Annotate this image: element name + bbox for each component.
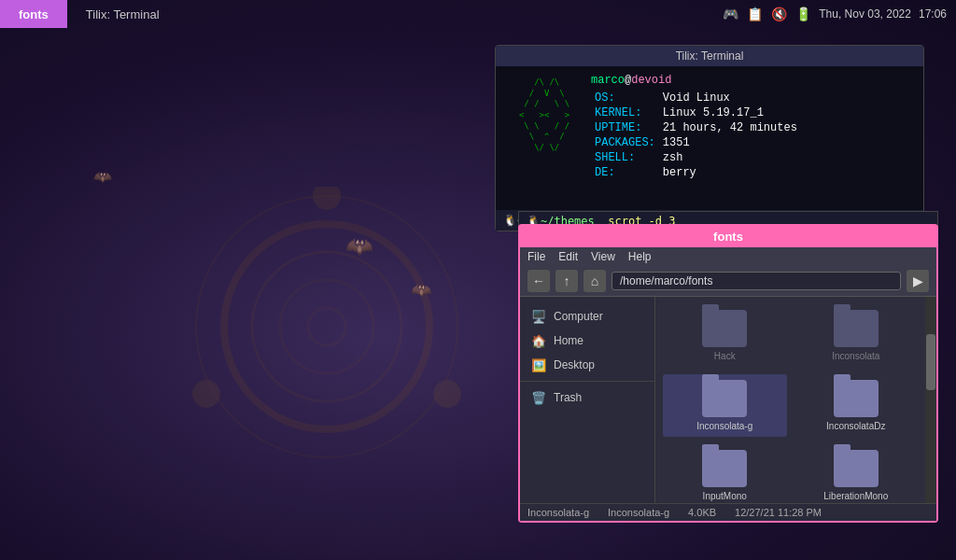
file-item-inconsolata[interactable]: Inconsolata [794, 304, 919, 367]
mute-icon: 🔇 [770, 6, 787, 22]
svg-point-0 [196, 196, 457, 457]
terminal-shell-label: SHELL: [591, 150, 659, 165]
game-icon: 🎮 [722, 6, 738, 22]
status-size: 4.0KB [688, 507, 716, 518]
file-label-inputmono: InputMono [703, 491, 747, 501]
time: 17:06 [919, 7, 947, 21]
filemanager-titlebar: fonts [520, 226, 936, 247]
taskbar-active-app[interactable]: fonts [0, 0, 67, 28]
filemanager-menubar: File Edit View Help [520, 247, 936, 266]
scrollbar-thumb[interactable] [926, 334, 935, 390]
trash-icon: 🗑️ [531, 390, 546, 405]
terminal-uptime-label: UPTIME: [591, 120, 659, 135]
terminal-os-value: Void Linux [659, 91, 801, 105]
folder-icon-inconsolata-g [702, 380, 747, 417]
terminal-os-row: OS: Void Linux [591, 91, 801, 105]
terminal-logo: /\ /\ / V \ / / \ \ < >< > \ \ / / \ ^ /… [507, 74, 582, 221]
terminal-username: marco [591, 74, 625, 87]
svg-point-1 [224, 224, 429, 429]
terminal-sysinfo-table: OS: Void Linux KERNEL: Linux 5.19.17_1 U… [591, 91, 801, 180]
computer-icon: 🖥️ [531, 309, 546, 324]
filemanager-body: 🖥️ Computer 🏠 Home 🖼️ Desktop 🗑️ Trash [520, 297, 936, 503]
terminal-hostname: devoid [631, 74, 671, 87]
file-item-inputmono[interactable]: InputMono [663, 444, 787, 503]
taskbar-window-title: Tilix: Terminal [67, 7, 722, 21]
sidebar-desktop-label: Desktop [554, 358, 595, 371]
terminal-user-line: marco@devoid [591, 74, 912, 87]
sidebar-home-label: Home [554, 334, 583, 347]
bat-decoration-1: 🦇 [345, 233, 373, 259]
menu-help[interactable]: Help [628, 250, 652, 263]
terminal-titlebar: Tilix: Terminal [496, 46, 923, 66]
file-label-inconsolatadz: InconsolataDz [826, 421, 885, 431]
svg-point-3 [280, 280, 373, 373]
home-icon: 🏠 [531, 333, 546, 348]
terminal-kernel-value: Linux 5.19.17_1 [659, 105, 801, 120]
taskbar-right: 🎮 📋 🔇 🔋 Thu, Nov 03, 2022 17:06 [722, 6, 956, 22]
menu-edit[interactable]: Edit [558, 250, 578, 263]
svg-point-6 [433, 380, 461, 408]
filemanager-content: Hack Inconsolata Inconsolata-g Inconsola… [655, 297, 925, 503]
terminal-kernel-label: KERNEL: [591, 105, 659, 120]
filemanager-window: fonts File Edit View Help ← ↑ ⌂ /home/ma… [518, 224, 938, 523]
datetime: Thu, Nov 03, 2022 [819, 7, 911, 21]
sidebar-item-trash[interactable]: 🗑️ Trash [520, 385, 654, 410]
terminal-shell-value: zsh [659, 150, 801, 165]
sidebar-computer-label: Computer [554, 310, 603, 323]
status-selection: Inconsolata-g [527, 507, 589, 518]
file-item-inconsolatadz[interactable]: InconsolataDz [794, 374, 919, 437]
battery-icon: 🔋 [794, 6, 811, 22]
terminal-info: marco@devoid OS: Void Linux KERNEL: Linu… [591, 74, 912, 221]
folder-icon-inputmono [702, 450, 747, 487]
svg-point-7 [192, 380, 220, 408]
clipboard-icon: 📋 [746, 6, 763, 22]
file-label-hack: Hack [714, 351, 736, 361]
sidebar-item-desktop[interactable]: 🖼️ Desktop [520, 353, 654, 377]
bat-decoration-3: 🦇 [93, 168, 112, 186]
terminal-uptime-row: UPTIME: 21 hours, 42 minutes [591, 120, 801, 135]
sidebar-trash-label: Trash [554, 391, 582, 404]
terminal-body: /\ /\ / V \ / / \ \ < >< > \ \ / / \ ^ /… [496, 66, 923, 229]
menu-file[interactable]: File [527, 250, 545, 263]
terminal-packages-row: PACKAGES: 1351 [591, 135, 801, 150]
nav-up-button[interactable]: ↑ [555, 270, 578, 292]
bat-decoration-2: 🦇 [411, 280, 431, 301]
file-label-inconsolata: Inconsolata [832, 351, 879, 361]
file-label-liberationmono: LiberationMono [823, 491, 888, 501]
filemanager-sidebar: 🖥️ Computer 🏠 Home 🖼️ Desktop 🗑️ Trash [520, 297, 655, 503]
nav-back-button[interactable]: ← [527, 270, 550, 292]
sidebar-divider [520, 381, 654, 382]
folder-icon-hack [702, 310, 747, 347]
sidebar-item-home[interactable]: 🏠 Home [520, 329, 654, 353]
file-label-inconsolata-g: Inconsolata-g [696, 421, 752, 431]
filemanager-statusbar: Inconsolata-g Inconsolata-g 4.0KB 12/27/… [520, 503, 936, 521]
file-item-liberationmono[interactable]: LiberationMono [794, 444, 919, 503]
folder-icon-inconsolata [834, 310, 879, 347]
terminal-de-label: DE: [591, 165, 659, 180]
address-bar[interactable]: /home/marco/fonts [612, 272, 901, 290]
terminal-window: Tilix: Terminal /\ /\ / V \ / / \ \ < ><… [495, 45, 924, 231]
svg-point-5 [313, 187, 341, 210]
folder-icon-liberationmono [834, 450, 879, 487]
address-go-button[interactable]: ▶ [907, 270, 929, 292]
background-logo [187, 187, 467, 467]
desktop-icon: 🖼️ [531, 357, 546, 372]
nav-home-button[interactable]: ⌂ [583, 270, 606, 292]
status-date: 12/27/21 11:28 PM [735, 507, 822, 518]
status-name: Inconsolata-g [608, 507, 669, 518]
svg-point-2 [252, 252, 401, 401]
terminal-packages-label: PACKAGES: [591, 135, 659, 150]
file-item-hack[interactable]: Hack [663, 304, 787, 367]
terminal-de-row: DE: berry [591, 165, 801, 180]
menu-view[interactable]: View [591, 250, 615, 263]
terminal-shell-row: SHELL: zsh [591, 150, 801, 165]
terminal-packages-value: 1351 [659, 135, 801, 150]
terminal-de-value: berry [659, 165, 801, 180]
terminal-os-label: OS: [591, 91, 659, 105]
filemanager-scrollbar[interactable] [925, 297, 936, 503]
file-item-inconsolata-g[interactable]: Inconsolata-g [663, 374, 787, 437]
svg-point-4 [308, 308, 345, 345]
sidebar-item-computer[interactable]: 🖥️ Computer [520, 304, 654, 329]
folder-icon-inconsolatadz [834, 380, 879, 417]
terminal-uptime-value: 21 hours, 42 minutes [659, 120, 801, 135]
